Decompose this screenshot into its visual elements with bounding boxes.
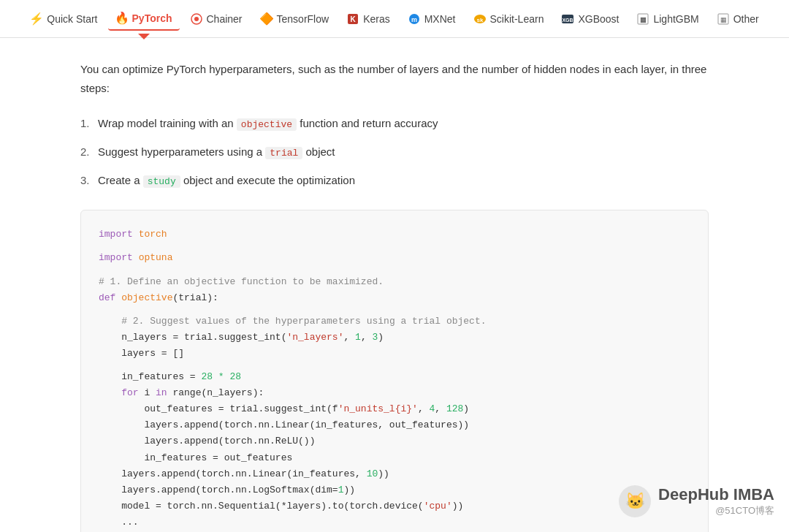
keras-icon: K (346, 12, 359, 26)
nav-scikitlearn[interactable]: sk Scikit-Learn (466, 8, 552, 30)
code-block: import torch import optuna # 1. Define a… (80, 210, 709, 532)
step-2-code: trial (265, 147, 302, 159)
nav-other[interactable]: ▦ Other (709, 8, 766, 30)
svg-text:m: m (411, 16, 417, 23)
code-line-11: layers.append(torch.nn.Linear(in_feature… (99, 417, 690, 433)
nav-pytorch[interactable]: 🔥 PyTorch (108, 7, 180, 31)
nav-xgboost-label: XGBoost (578, 13, 619, 25)
code-line-8: in_features = 28 * 28 (99, 369, 690, 385)
code-line-9: for i in range(n_layers): (99, 385, 690, 401)
nav-tensorflow[interactable]: 🔶 TensorFlow (253, 8, 337, 30)
step-3-code: study (143, 175, 180, 188)
code-line-16: model = torch.nn.Sequential(*layers).to(… (99, 498, 690, 514)
top-navigation: ⚡ Quick Start 🔥 PyTorch Chainer 🔶 Tensor… (0, 0, 789, 38)
step-1-code: objective (237, 118, 297, 131)
nav-keras[interactable]: K Keras (339, 8, 397, 30)
step-1-text: Wrap model training with an objective fu… (98, 115, 438, 133)
svg-point-1 (194, 17, 199, 21)
code-line-1: import torch (99, 227, 690, 243)
quickstart-icon: ⚡ (30, 12, 43, 26)
nav-scikitlearn-label: Scikit-Learn (490, 13, 544, 25)
step-2-num: 2. (80, 143, 94, 161)
nav-lightgbm-label: LightGBM (653, 13, 698, 25)
code-line-7: layers = [] (99, 346, 690, 362)
svg-text:▦: ▦ (720, 16, 726, 23)
code-line-14: layers.append(torch.nn.Linear(in_feature… (99, 466, 690, 482)
nav-chainer-label: Chainer (207, 13, 243, 25)
code-line-17: ... (99, 514, 690, 531)
lightgbm-icon: ▦ (636, 12, 649, 26)
mxnet-icon: m (408, 12, 421, 26)
watermark-handle: @51CTO博客 (658, 504, 774, 517)
nav-quickstart[interactable]: ⚡ Quick Start (23, 8, 104, 30)
code-line-12: layers.append(torch.nn.ReLU()) (99, 433, 690, 449)
watermark-info: DeepHub IMBA @51CTO博客 (658, 485, 774, 517)
nav-mxnet-label: MXNet (424, 13, 456, 25)
step-2-text: Suggest hyperparameters using a trial ob… (98, 143, 335, 162)
pytorch-icon: 🔥 (115, 12, 129, 25)
svg-text:▦: ▦ (640, 16, 647, 23)
watermark-brand: DeepHub IMBA (658, 485, 774, 504)
intro-paragraph: You can optimize PyTorch hyperparameters… (80, 60, 709, 97)
scikitlearn-icon: sk (473, 12, 487, 26)
code-line-13: in_features = out_features (99, 450, 690, 466)
main-content: You can optimize PyTorch hyperparameters… (66, 38, 723, 532)
nav-pytorch-label: PyTorch (132, 12, 172, 24)
step-1-num: 1. (80, 115, 94, 132)
watermark: 🐱 DeepHub IMBA @51CTO博客 (619, 485, 774, 517)
tensorflow-icon: 🔶 (260, 12, 273, 26)
steps-list: 1. Wrap model training with an objective… (80, 115, 709, 189)
nav-keras-label: Keras (363, 13, 390, 25)
code-line-2: import optuna (99, 250, 690, 266)
nav-xgboost[interactable]: XGB XGBoost (554, 8, 626, 30)
step-3: 3. Create a study object and execute the… (80, 172, 709, 190)
code-line-15: layers.append(torch.nn.LogSoftmax(dim=1)… (99, 482, 690, 498)
svg-text:K: K (351, 15, 357, 23)
nav-other-label: Other (733, 13, 759, 25)
code-line-10: out_features = trial.suggest_int(f'n_uni… (99, 401, 690, 417)
code-line-3: # 1. Define an objective function to be … (99, 274, 690, 290)
other-icon: ▦ (717, 12, 730, 26)
step-3-text: Create a study object and execute the op… (98, 172, 355, 190)
xgboost-icon: XGB (561, 12, 574, 26)
step-2: 2. Suggest hyperparameters using a trial… (80, 143, 709, 162)
nav-chainer[interactable]: Chainer (183, 8, 250, 30)
nav-quickstart-label: Quick Start (47, 13, 97, 25)
step-3-num: 3. (80, 172, 94, 189)
chainer-icon (190, 12, 203, 26)
code-line-6: n_layers = trial.suggest_int('n_layers',… (99, 330, 690, 346)
watermark-icon: 🐱 (619, 485, 651, 517)
svg-text:sk: sk (476, 17, 483, 23)
code-line-5: # 2. Suggest values of the hyperparamete… (99, 314, 690, 330)
svg-text:XGB: XGB (563, 18, 573, 23)
code-line-4: def objective(trial): (99, 290, 690, 306)
nav-tensorflow-label: TensorFlow (277, 13, 329, 25)
nav-mxnet[interactable]: m MXNet (400, 8, 463, 30)
nav-lightgbm[interactable]: ▦ LightGBM (629, 8, 706, 30)
step-1: 1. Wrap model training with an objective… (80, 115, 709, 133)
